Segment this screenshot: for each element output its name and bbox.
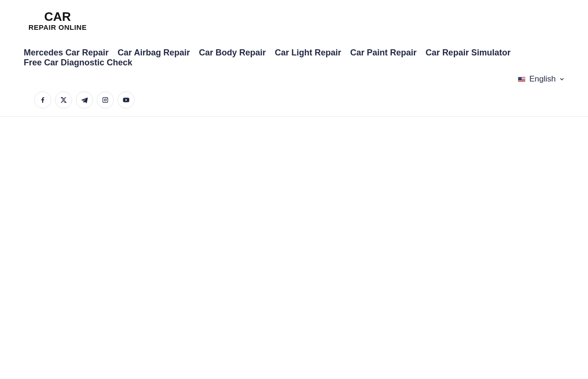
facebook-link[interactable]	[34, 91, 51, 108]
us-flag-icon	[518, 77, 525, 82]
nav-car-airbag-repair[interactable]: Car Airbag Repair	[118, 48, 190, 58]
language-label: English	[529, 74, 556, 84]
telegram-link[interactable]	[76, 91, 93, 108]
logo-line2: REPAIR ONLINE	[28, 24, 87, 31]
site-logo[interactable]: CAR REPAIR ONLINE	[28, 10, 87, 31]
instagram-icon	[101, 96, 109, 104]
nav-car-repair-simulator[interactable]: Car Repair Simulator	[426, 48, 511, 58]
social-links	[24, 89, 564, 116]
x-twitter-icon	[60, 96, 67, 104]
language-selector[interactable]: English	[518, 74, 564, 84]
facebook-icon	[39, 96, 46, 104]
chevron-down-icon	[560, 77, 564, 81]
nav-car-paint-repair[interactable]: Car Paint Repair	[350, 48, 417, 58]
nav-free-car-diagnostic-check[interactable]: Free Car Diagnostic Check	[24, 58, 132, 68]
logo-line1: CAR	[28, 10, 87, 23]
instagram-link[interactable]	[97, 91, 114, 108]
telegram-icon	[81, 96, 88, 104]
svg-point-2	[107, 98, 107, 99]
main-nav: Mercedes Car Repair Car Airbag Repair Ca…	[24, 36, 564, 68]
svg-point-1	[104, 99, 106, 101]
nav-mercedes-car-repair[interactable]: Mercedes Car Repair	[24, 48, 109, 58]
nav-car-body-repair[interactable]: Car Body Repair	[199, 48, 266, 58]
youtube-link[interactable]	[118, 91, 135, 108]
youtube-icon	[122, 96, 130, 104]
x-twitter-link[interactable]	[55, 91, 72, 108]
nav-car-light-repair[interactable]: Car Light Repair	[275, 48, 341, 58]
